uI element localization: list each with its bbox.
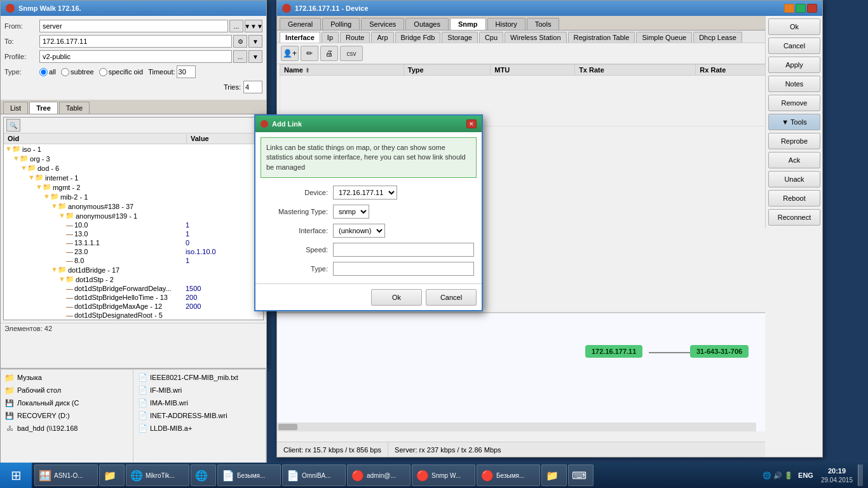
file-item-desktop[interactable]: 📁 Рабочий стол — [2, 384, 132, 396]
to-settings-btn[interactable]: ⚙ — [233, 35, 247, 48]
tab-outages[interactable]: Outages — [405, 18, 449, 30]
file-item-recovery[interactable]: 💾 RECOVERY (D:) — [2, 409, 132, 422]
cancel-button[interactable]: Cancel — [768, 37, 820, 54]
tree-item-org[interactable]: ▼📁 org - 3 — [4, 154, 263, 163]
modal-interface-select[interactable]: (unknown) — [333, 224, 385, 238]
from-input[interactable] — [39, 20, 228, 32]
device-close-btn[interactable] — [282, 4, 291, 13]
subtab-route[interactable]: Route — [340, 32, 370, 43]
tree-item-designroot[interactable]: — dot1dStpDesignatedRoot - 5 — [4, 311, 263, 320]
tree-item-fwddelay[interactable]: — dot1dStpBridgeForwardDelay... 1500 — [4, 284, 263, 293]
type-specific-radio[interactable] — [99, 68, 107, 76]
from-extra-btn[interactable]: ▼▼▼ — [245, 20, 262, 32]
file-item-ieee8021[interactable]: 📄 IEEE8021-CFM-MIB_mib.txt — [135, 371, 264, 384]
file-item-music[interactable]: 📁 Музыка — [2, 371, 132, 384]
taskbar-item-admin[interactable]: 🔴 admin@... — [347, 464, 410, 486]
tools-button[interactable]: ▼ Tools — [768, 114, 820, 130]
type-specific-label[interactable]: specific oid — [99, 68, 143, 76]
tab-table[interactable]: Table — [59, 102, 90, 114]
taskbar-item-omniba[interactable]: 📄 OmniBA... — [282, 464, 346, 486]
modal-close-btn[interactable]: ✕ — [466, 119, 477, 128]
subtab-ip[interactable]: Ip — [322, 32, 339, 43]
timeout-input[interactable] — [177, 65, 196, 78]
type-all-label[interactable]: all — [39, 68, 56, 76]
device-close-x-btn[interactable] — [807, 4, 817, 13]
tree-item-dod[interactable]: ▼📁 dod - 6 — [4, 163, 263, 173]
tab-list[interactable]: List — [3, 102, 28, 114]
subtab-arp[interactable]: Arp — [371, 32, 393, 43]
print-btn[interactable]: 🖨 — [320, 46, 338, 61]
tree-item-internet[interactable]: ▼📁 internet - 1 — [4, 173, 263, 182]
subtab-simplequeue[interactable]: Simple Queue — [636, 32, 692, 43]
tab-services[interactable]: Services — [361, 18, 404, 30]
tree-item-maxage[interactable]: — dot1dStpBridgeMaxAge - 12 2000 — [4, 302, 263, 311]
tree-item-mib2[interactable]: ▼📁 mib-2 - 1 — [4, 192, 263, 201]
scrollbar-thumb[interactable] — [278, 424, 297, 430]
file-item-inetaddress[interactable]: 📄 INET-ADDRESS-MIB.wri — [135, 409, 264, 422]
file-item-imamib[interactable]: 📄 IMA-MIB.wri — [135, 396, 264, 409]
type-subtree-radio[interactable] — [61, 68, 69, 76]
horizontal-scrollbar[interactable] — [277, 423, 756, 431]
tree-item-iso[interactable]: ▼📁 iso - 1 — [4, 144, 263, 154]
type-subtree-label[interactable]: subtree — [61, 68, 94, 76]
tab-tools[interactable]: Tools — [527, 18, 560, 30]
modal-device-select[interactable]: 172.16.177.11 — [333, 186, 397, 200]
apply-button[interactable]: Apply — [768, 57, 820, 73]
taskbar-item-bezym2[interactable]: 🔴 Безымя... — [477, 464, 540, 486]
remove-button[interactable]: Remove — [768, 95, 820, 111]
snmp-close-btn[interactable] — [6, 4, 15, 13]
device-maximize-btn[interactable] — [796, 4, 806, 13]
subtab-storage[interactable]: Storage — [442, 32, 478, 43]
modal-mastering-select[interactable]: snmp — [333, 205, 369, 219]
tree-item-8-0[interactable]: — 8.0 1 — [4, 256, 263, 265]
taskbar-item-mikrotik[interactable]: 🌐 MikroTik... — [126, 464, 189, 486]
tree-item-13-0[interactable]: — 13.0 1 — [4, 229, 263, 238]
profile-input[interactable] — [39, 50, 232, 63]
tab-tree[interactable]: Tree — [29, 102, 58, 114]
start-button[interactable]: ⊞ — [0, 463, 32, 488]
tree-item-dot1dbridge[interactable]: ▼📁 dot1dBridge - 17 — [4, 265, 263, 274]
to-dropdown-btn[interactable]: ▼ — [248, 35, 262, 48]
to-input[interactable] — [39, 35, 232, 48]
tree-item-hellotime[interactable]: — dot1dStpBridgeHelloTime - 13 200 — [4, 293, 263, 302]
tree-item-23-0[interactable]: — 23.0 iso.1.10.0 — [4, 247, 263, 256]
tree-item-extporttable[interactable]: ▼📁 dot1dStpExtPortTable - 19 — [4, 320, 263, 320]
file-item-localdisk[interactable]: 💾 Локальный диск (C — [2, 396, 132, 409]
reboot-button[interactable]: Reboot — [768, 190, 820, 207]
notes-button[interactable]: Notes — [768, 76, 820, 92]
profile-browse-btn[interactable]: ... — [233, 50, 247, 63]
csv-btn[interactable]: csv — [340, 46, 363, 61]
taskbar-item-bezym1[interactable]: 📄 Безымя... — [217, 464, 281, 486]
map-node-router[interactable]: 31-643-31-706 — [690, 345, 749, 358]
taskbar-item-asn1[interactable]: 🪟 ASN1-O... — [34, 464, 98, 486]
reconnect-button[interactable]: Reconnect — [768, 209, 820, 226]
tree-item-10-0[interactable]: — 10.0 1 — [4, 220, 263, 229]
from-browse-btn[interactable]: ... — [229, 20, 243, 32]
modal-type-input[interactable] — [333, 262, 474, 276]
subtab-bridgefdb[interactable]: Bridge Fdb — [395, 32, 441, 43]
tab-history[interactable]: History — [487, 18, 526, 30]
system-clock[interactable]: 20:19 29.04.2015 — [821, 466, 853, 484]
tree-item-mgmt[interactable]: ▼📁 mgmt - 2 — [4, 182, 263, 192]
taskbar-item-keyboard[interactable]: ⌨ — [568, 464, 593, 486]
tree-item-13110[interactable]: — 13.1.1.1 0 — [4, 238, 263, 247]
subtab-interface[interactable]: Interface — [280, 32, 320, 43]
tab-general[interactable]: General — [280, 18, 321, 30]
modal-ok-btn[interactable]: Ok — [371, 289, 422, 306]
device-minimize-btn[interactable] — [784, 4, 794, 13]
map-node-device[interactable]: 172.16.177.11 — [585, 345, 642, 358]
subtab-cpu[interactable]: Cpu — [479, 32, 503, 43]
taskbar-item-folder[interactable]: 📁 — [99, 464, 125, 486]
profile-dropdown-btn[interactable]: ▼ — [248, 50, 262, 63]
subtab-dhcp[interactable]: Dhcp Lease — [693, 32, 742, 43]
tab-polling[interactable]: Polling — [322, 18, 360, 30]
file-item-badhdd[interactable]: 🖧 bad_hdd (\\192.168 — [2, 422, 132, 435]
modal-cancel-btn[interactable]: Cancel — [426, 289, 477, 306]
subtab-wireless[interactable]: Wireless Station — [505, 32, 566, 43]
show-desktop-btn[interactable] — [858, 464, 863, 486]
tree-item-anon138[interactable]: ▼📁 anonymous#138 - 37 — [4, 201, 263, 211]
ack-button[interactable]: Ack — [768, 152, 820, 168]
type-all-radio[interactable] — [39, 68, 48, 76]
map-node-label-1[interactable]: 172.16.177.11 — [585, 345, 642, 358]
tree-item-anon139[interactable]: ▼📁 anonymous#139 - 1 — [4, 211, 263, 220]
